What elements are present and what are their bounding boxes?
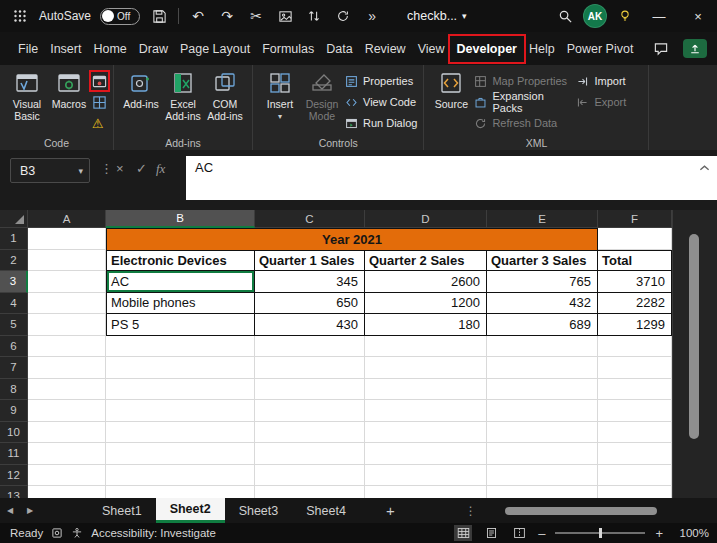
cell-C9[interactable] — [255, 400, 365, 422]
collapse-formula-bar-icon[interactable] — [699, 164, 710, 172]
ribbon-tab-data[interactable]: Data — [320, 37, 358, 61]
cell-A11[interactable] — [28, 443, 106, 465]
cell-A4[interactable] — [28, 293, 106, 315]
sheet-tab-sheet4[interactable]: Sheet4 — [292, 498, 360, 523]
run-dialog-button[interactable]: Run Dialog — [345, 115, 417, 131]
cell-C10[interactable] — [255, 422, 365, 444]
cell-B6[interactable] — [106, 336, 255, 358]
cell-D5[interactable]: 180 — [365, 314, 487, 336]
merged-title-cell[interactable]: Year 2021 — [106, 228, 598, 250]
insert-function-icon[interactable]: fx — [156, 161, 165, 177]
normal-view-icon[interactable] — [454, 525, 472, 541]
expansion-packs-button[interactable]: Expansion Packs — [474, 94, 574, 110]
cell-F6[interactable] — [598, 336, 672, 358]
column-header-D[interactable]: D — [365, 210, 487, 228]
redo-icon[interactable]: ↷ — [217, 5, 237, 27]
com-addins-button[interactable]: COM Add-ins — [204, 69, 246, 122]
cell-A3[interactable] — [28, 271, 106, 293]
macros-button[interactable]: Macros — [48, 69, 90, 110]
row-header-11[interactable]: 11 — [0, 443, 28, 465]
cell-E11[interactable] — [487, 443, 598, 465]
excel-addins-button[interactable]: Excel Add-ins — [162, 69, 204, 122]
cell-C5[interactable]: 430 — [255, 314, 365, 336]
row-header-5[interactable]: 5 — [0, 314, 28, 336]
name-box[interactable]: B3 ▾ — [10, 158, 90, 183]
source-button[interactable]: Source — [430, 69, 472, 110]
sort-icon[interactable] — [304, 5, 324, 27]
cell-B4[interactable]: Mobile phones — [106, 293, 255, 315]
ribbon-tab-view[interactable]: View — [412, 37, 451, 61]
row-header-13[interactable]: 13 — [0, 486, 28, 498]
formula-bar-options-icon[interactable]: ⋮ — [100, 161, 113, 176]
cell-A5[interactable] — [28, 314, 106, 336]
design-mode-button[interactable]: Design Mode — [301, 69, 343, 122]
cell-F10[interactable] — [598, 422, 672, 444]
avatar[interactable]: AK — [584, 5, 606, 27]
cell-B8[interactable] — [106, 379, 255, 401]
sheet-tab-sheet1[interactable]: Sheet1 — [88, 498, 156, 523]
addins-group-label[interactable]: Add-ins — [114, 137, 252, 149]
cell-C4[interactable]: 650 — [255, 293, 365, 315]
cell-F2[interactable]: Total — [598, 250, 672, 272]
cell-B9[interactable] — [106, 400, 255, 422]
record-macro-button[interactable] — [92, 73, 107, 89]
enter-icon[interactable]: ✓ — [136, 161, 147, 176]
cell-C7[interactable] — [255, 357, 365, 379]
vertical-scrollbar-track[interactable] — [672, 210, 717, 498]
row-header-4[interactable]: 4 — [0, 293, 28, 315]
tab-bar-options-icon[interactable]: ⋮ — [465, 504, 477, 518]
formula-input[interactable]: AC — [186, 156, 717, 200]
zoom-in-button[interactable]: + — [655, 526, 663, 541]
cell-A2[interactable] — [28, 250, 106, 272]
cell-F7[interactable] — [598, 357, 672, 379]
autosave-toggle[interactable]: Off — [100, 8, 140, 25]
cell-D8[interactable] — [365, 379, 487, 401]
horizontal-scrollbar-thumb[interactable] — [505, 507, 657, 515]
row-header-3[interactable]: 3 — [0, 271, 28, 293]
add-sheet-button[interactable]: + — [376, 498, 405, 523]
picture-icon[interactable] — [275, 5, 295, 27]
sheet-tab-sheet3[interactable]: Sheet3 — [225, 498, 293, 523]
visual-basic-button[interactable]: Visual Basic — [6, 69, 48, 122]
cell-D6[interactable] — [365, 336, 487, 358]
cell-E3[interactable]: 765 — [487, 271, 598, 293]
ribbon-tab-file[interactable]: File — [12, 37, 44, 61]
cell-E2[interactable]: Quarter 3 Sales — [487, 250, 598, 272]
cell-A10[interactable] — [28, 422, 106, 444]
addins-button[interactable]: Add-ins — [120, 69, 162, 110]
comments-icon[interactable] — [653, 41, 669, 56]
close-button[interactable]: × — [683, 5, 713, 27]
page-break-preview-icon[interactable] — [510, 525, 528, 541]
cell-A13[interactable] — [28, 486, 106, 498]
ribbon-tab-insert[interactable]: Insert — [44, 37, 87, 61]
code-group-label[interactable]: Code — [0, 137, 113, 149]
cell-C12[interactable] — [255, 465, 365, 487]
undo-icon[interactable]: ↶ — [188, 5, 208, 27]
cell-C8[interactable] — [255, 379, 365, 401]
search-icon[interactable] — [555, 5, 575, 27]
cell-A12[interactable] — [28, 465, 106, 487]
cell-E8[interactable] — [487, 379, 598, 401]
sync-icon[interactable] — [333, 5, 353, 27]
zoom-percent[interactable]: 100% — [673, 527, 709, 539]
filename-dropdown[interactable]: checkb... ▾ — [407, 9, 467, 23]
cell-E10[interactable] — [487, 422, 598, 444]
refresh-data-button[interactable]: Refresh Data — [474, 115, 574, 131]
lightbulb-icon[interactable] — [615, 5, 635, 27]
cell-F9[interactable] — [598, 400, 672, 422]
cell-B5[interactable]: PS 5 — [106, 314, 255, 336]
use-relative-references-button[interactable] — [92, 94, 107, 110]
app-launcher-icon[interactable] — [10, 5, 30, 27]
cell-D7[interactable] — [365, 357, 487, 379]
cell-B13[interactable] — [106, 486, 255, 498]
cancel-icon[interactable]: × — [116, 161, 124, 176]
xml-group-label[interactable]: XML — [424, 137, 648, 149]
cell-C13[interactable] — [255, 486, 365, 498]
cell-B12[interactable] — [106, 465, 255, 487]
select-all-corner[interactable] — [0, 210, 28, 228]
ribbon-tab-power-pivot[interactable]: Power Pivot — [561, 37, 640, 61]
column-header-A[interactable]: A — [28, 210, 106, 228]
macro-record-status-icon[interactable] — [51, 527, 63, 539]
column-header-C[interactable]: C — [255, 210, 365, 228]
cell-E13[interactable] — [487, 486, 598, 498]
